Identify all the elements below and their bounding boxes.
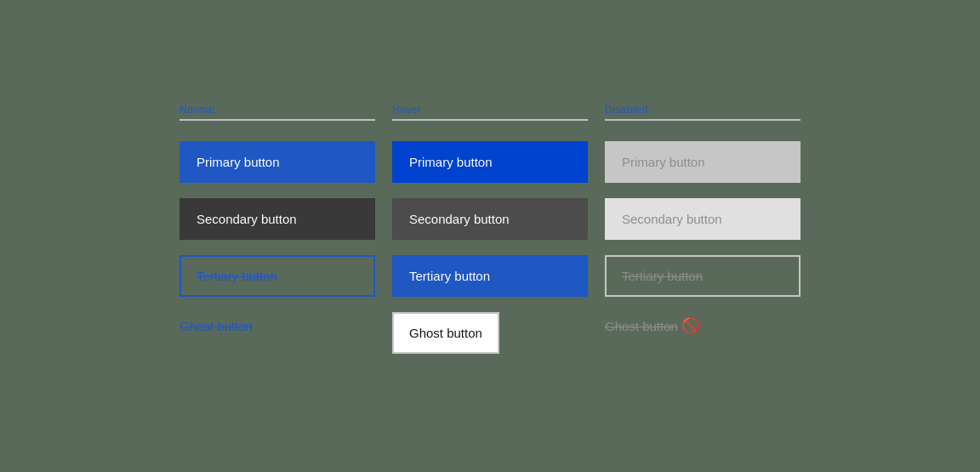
primary-hover-row: Primary button: [392, 141, 588, 183]
column-divider-hover: [392, 119, 588, 121]
column-header-disabled: Disabled: [605, 104, 801, 134]
column-header-normal: Normal: [179, 104, 375, 134]
column-label-disabled: Disabled: [605, 104, 801, 116]
column-divider-disabled: [605, 119, 801, 121]
secondary-button-disabled: Secondary button: [605, 198, 801, 240]
tertiary-button-normal[interactable]: Tertiary button: [179, 255, 375, 297]
column-disabled: Disabled Primary button Secondary button…: [605, 104, 801, 369]
tertiary-button-hover[interactable]: Tertiary button: [392, 255, 588, 297]
ghost-button-normal[interactable]: Ghost button: [179, 312, 253, 340]
primary-button-disabled: Primary button: [605, 141, 801, 183]
ghost-hover-row: Ghost button: [392, 312, 588, 354]
tertiary-hover-row: Tertiary button: [392, 255, 588, 297]
column-label-hover: Hover: [392, 104, 588, 116]
canvas: Normal Primary button Secondary button T…: [0, 0, 980, 472]
tertiary-normal-row: Tertiary button: [179, 255, 375, 297]
ghost-disabled-row: Ghost button 🚫: [605, 312, 801, 340]
column-header-hover: Hover: [392, 104, 588, 134]
ghost-button-disabled: Ghost button: [605, 312, 678, 340]
primary-disabled-row: Primary button: [605, 141, 801, 183]
tertiary-disabled-row: Tertiary button: [605, 255, 801, 297]
column-normal: Normal Primary button Secondary button T…: [179, 104, 375, 369]
column-label-normal: Normal: [179, 104, 375, 116]
secondary-normal-row: Secondary button: [179, 198, 375, 240]
primary-button-hover[interactable]: Primary button: [392, 141, 588, 183]
ghost-normal-row: Ghost button: [179, 312, 375, 340]
secondary-disabled-row: Secondary button: [605, 198, 801, 240]
button-grid: Normal Primary button Secondary button T…: [179, 104, 801, 369]
cursor-icon: 🚫: [681, 316, 700, 335]
primary-button-normal[interactable]: Primary button: [179, 141, 375, 183]
column-hover: Hover Primary button Secondary button Te…: [392, 104, 588, 369]
secondary-hover-row: Secondary button: [392, 198, 588, 240]
column-divider-normal: [179, 119, 375, 121]
primary-normal-row: Primary button: [179, 141, 375, 183]
ghost-button-hover[interactable]: Ghost button: [392, 312, 499, 354]
secondary-button-normal[interactable]: Secondary button: [179, 198, 375, 240]
secondary-button-hover[interactable]: Secondary button: [392, 198, 588, 240]
tertiary-button-disabled: Tertiary button: [605, 255, 801, 297]
